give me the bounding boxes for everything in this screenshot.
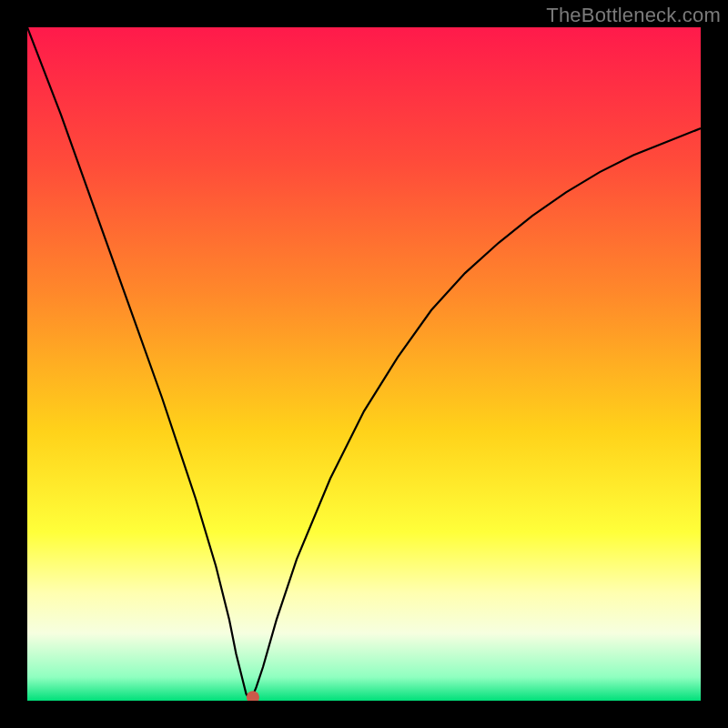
watermark-text: TheBottleneck.com [546, 4, 721, 27]
gradient-background [27, 27, 701, 701]
chart-container: TheBottleneck.com [0, 0, 728, 728]
bottleneck-chart [27, 27, 701, 701]
